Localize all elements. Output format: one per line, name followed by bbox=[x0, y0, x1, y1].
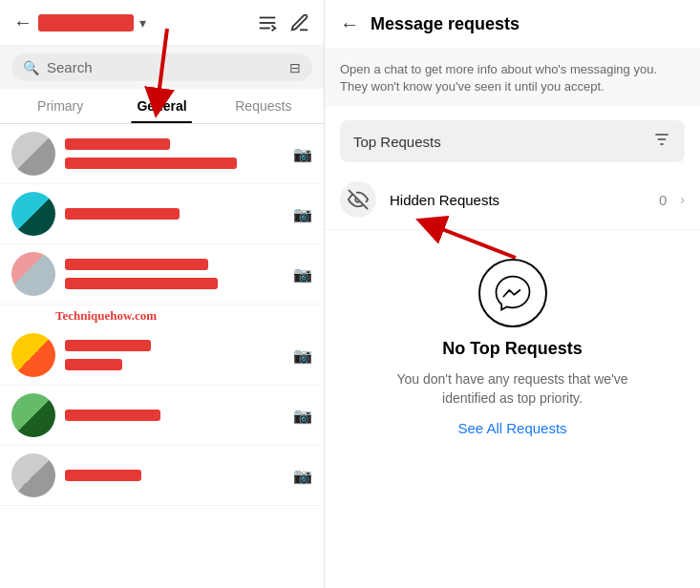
chevron-down-icon[interactable]: ▾ bbox=[139, 15, 146, 31]
camera-icon[interactable]: 📷 bbox=[293, 467, 312, 485]
no-requests-section: No Top Requests You don't have any reque… bbox=[325, 230, 700, 454]
right-header: ← Message requests bbox=[325, 0, 700, 50]
chat-name-redacted bbox=[65, 340, 151, 351]
filter-icon[interactable]: ⊟ bbox=[289, 60, 301, 75]
top-requests-label: Top Requests bbox=[353, 134, 441, 150]
left-header: ← ▾ bbox=[0, 0, 324, 46]
messenger-icon bbox=[478, 259, 547, 327]
camera-icon[interactable]: 📷 bbox=[293, 205, 312, 223]
list-icon[interactable] bbox=[257, 12, 278, 33]
compose-icon[interactable] bbox=[289, 12, 310, 33]
camera-icon[interactable]: 📷 bbox=[293, 145, 312, 163]
chat-name-redacted bbox=[65, 470, 141, 481]
chat-info bbox=[65, 259, 284, 289]
chevron-right-icon: › bbox=[680, 192, 685, 207]
hidden-requests-row[interactable]: Hidden Requests 0 › bbox=[325, 170, 700, 230]
camera-icon[interactable]: 📷 bbox=[293, 407, 312, 425]
chat-list: 📷 📷 📷 Techniquehow.c bbox=[0, 124, 324, 588]
avatar bbox=[11, 333, 55, 377]
top-requests-bar: Top Requests bbox=[340, 120, 685, 162]
list-item[interactable]: 📷 bbox=[0, 184, 324, 244]
no-requests-subtitle: You don't have any requests that we've i… bbox=[379, 370, 647, 408]
chat-info bbox=[65, 340, 284, 370]
page-subtitle: Open a chat to get more info about who's… bbox=[325, 50, 700, 107]
tab-requests[interactable]: Requests bbox=[213, 89, 314, 123]
back-button-left[interactable]: ← bbox=[13, 11, 32, 33]
hidden-requests-count: 0 bbox=[659, 192, 667, 208]
avatar bbox=[11, 132, 55, 176]
watermark-text: Techniquehow.com bbox=[55, 308, 157, 323]
header-icons bbox=[257, 12, 310, 33]
list-item[interactable]: 📷 bbox=[0, 386, 324, 446]
right-panel: ← Message requests Open a chat to get mo… bbox=[325, 0, 700, 588]
list-item[interactable]: 📷 bbox=[0, 244, 324, 304]
tabs-row: Primary General Requests bbox=[0, 89, 324, 124]
tab-primary[interactable]: Primary bbox=[10, 89, 111, 123]
chat-info bbox=[65, 208, 284, 220]
search-bar-container: 🔍 Search ⊟ bbox=[0, 46, 324, 89]
page-title: Message requests bbox=[371, 14, 520, 34]
list-item[interactable]: 📷 bbox=[0, 326, 324, 386]
tab-general[interactable]: General bbox=[111, 89, 212, 123]
hidden-icon-circle bbox=[340, 181, 376, 218]
list-item[interactable]: 📷 bbox=[0, 124, 324, 184]
no-requests-title: No Top Requests bbox=[442, 339, 583, 359]
chat-name-redacted bbox=[65, 208, 180, 220]
avatar bbox=[11, 252, 55, 296]
left-panel: ← ▾ 🔍 bbox=[0, 0, 325, 588]
watermark-container: Techniquehow.com bbox=[0, 304, 324, 326]
chat-info bbox=[65, 470, 284, 481]
search-icon: 🔍 bbox=[23, 60, 39, 75]
hidden-requests-label: Hidden Requests bbox=[390, 192, 646, 208]
avatar bbox=[11, 453, 55, 497]
chat-preview-redacted bbox=[65, 359, 122, 370]
chat-info bbox=[65, 410, 284, 421]
search-bar[interactable]: 🔍 Search ⊟ bbox=[11, 53, 312, 81]
left-header-left: ← ▾ bbox=[13, 11, 146, 33]
chat-name-redacted bbox=[65, 410, 160, 421]
camera-icon[interactable]: 📷 bbox=[293, 346, 312, 365]
see-all-requests-link[interactable]: See All Requests bbox=[457, 420, 566, 436]
chat-name-redacted bbox=[65, 259, 208, 270]
camera-icon[interactable]: 📷 bbox=[293, 265, 312, 284]
avatar bbox=[11, 192, 55, 236]
filter-button[interactable] bbox=[652, 130, 671, 153]
search-placeholder: Search bbox=[47, 59, 93, 75]
chat-name-redacted bbox=[65, 138, 170, 150]
avatar bbox=[11, 393, 55, 437]
list-item[interactable]: 📷 bbox=[0, 446, 324, 506]
back-button-right[interactable]: ← bbox=[340, 13, 359, 35]
account-name-redacted bbox=[38, 14, 134, 32]
chat-info bbox=[65, 138, 284, 169]
chat-preview-redacted bbox=[65, 158, 237, 169]
chat-preview-redacted bbox=[65, 278, 218, 289]
